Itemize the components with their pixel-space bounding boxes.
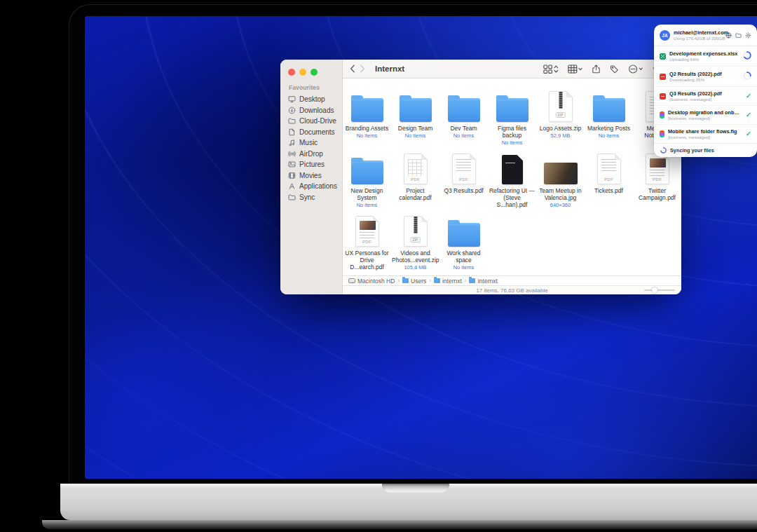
sync-done-check-icon: ✓ [746,130,751,137]
sidebar-item-cloud-drive[interactable]: Cloud-Drive [287,116,342,127]
music-icon [287,139,296,146]
file-item-new-design-system[interactable]: New Design SystemNo items [343,150,391,212]
sync-item-name: Desktop migration and onboardi... [668,109,742,116]
sync-item-desktop-migration-and-onboardi[interactable]: Desktop migration and onboardi...[busine… [654,105,757,124]
sidebar-item-sync[interactable]: Sync [287,192,342,203]
path-segment-users[interactable]: Users [402,278,426,285]
path-segment-internxt[interactable]: Internxt [469,278,497,285]
file-grid: Branding AssetsNo itemsDesign TeamNo ite… [343,79,681,275]
applications-icon [287,182,296,190]
icon-view-icon[interactable] [543,64,559,74]
file-item-branding-assets[interactable]: Branding AssetsNo items [343,88,391,150]
file-item-videos-and-photos-event-zip[interactable]: ZIPVideos and Photos...event.zip105,8 MB [391,212,439,275]
file-item-design-team[interactable]: Design TeamNo items [391,88,439,150]
sidebar-item-label: Downloads [299,107,334,114]
file-subtitle: 52,9 MB [551,132,571,139]
internxt-sync-popup: JA michael@internxt.com Using 176.42GB o… [654,25,757,157]
group-view-icon[interactable] [568,64,582,74]
book-file-icon [502,150,523,184]
file-item-twitter-campaign-pdf[interactable]: PDFTwitter Campaign.pdf [633,150,681,212]
window-controls [288,69,342,76]
minimize-window-button[interactable] [299,69,306,76]
sidebar-item-documents[interactable]: Documents [287,127,342,138]
path-segment-label: Internxt [477,278,497,285]
close-window-button[interactable] [288,69,295,76]
file-item-figma-files-backup[interactable]: Figma files backupNo items [488,88,536,150]
sidebar-item-music[interactable]: Music [287,137,342,149]
zoom-slider-track [644,289,675,292]
path-segment-internxt[interactable]: internxt [434,278,462,285]
file-item-q3-results-pdf[interactable]: PDFQ3 Results.pdf [439,150,488,212]
sidebar-item-airdrop[interactable]: AirDrop [287,149,342,160]
tags-icon[interactable] [610,64,619,74]
sidebar-item-label: Applications [299,182,337,190]
zoom-slider-knob[interactable] [652,287,657,293]
sidebar-item-downloads[interactable]: Downloads [287,105,342,116]
sidebar-item-label: Movies [299,172,322,179]
forward-button[interactable] [360,64,365,73]
file-item-refactoring-ui-steve-s-han-pdf[interactable]: Refactoring UI — (Steve S...han).pdf [488,150,536,212]
pdf-file-icon: PDF [597,150,621,184]
file-subtitle: No items [357,132,378,139]
laptop-screen-wallpaper: Favourites DesktopDownloadsCloud-DriveDo… [85,16,757,479]
popup-header-icons [725,32,751,39]
path-bar: Macintosh HD›Users›internxt›Internxt [343,275,681,285]
sidebar-item-desktop[interactable]: Desktop [287,94,342,105]
popup-header: JA michael@internxt.com Using 176.42GB o… [654,25,757,46]
folder-outline-icon[interactable] [735,32,742,39]
folder-file-icon [351,88,383,122]
syncing-status-label: Syncing your files [670,147,714,154]
path-separator: › [465,278,467,284]
sidebar-item-pictures[interactable]: Pictures [287,159,342,170]
file-item-logo-assets-zip[interactable]: ZIPLogo Assets.zip52,9 MB [536,88,585,150]
globe-icon[interactable] [725,32,732,39]
folder-icon [287,117,296,125]
zoom-window-button[interactable] [311,69,318,76]
sync-item-development-expenses-xlsx[interactable]: Development expenses.xlsxUploading 64% [654,46,757,66]
sidebar-item-label: Pictures [299,161,325,168]
file-item-marketing-posts[interactable]: Marketing PostsNo items [585,88,633,150]
document-icon [287,128,296,136]
sidebar-item-applications[interactable]: Applications [287,181,342,192]
desktop-icon [287,95,296,103]
folder-file-icon [351,150,383,184]
sync-item-q2-results-2022-pdf[interactable]: Q2 Results (2022).pdfDownloading 35% [654,66,757,86]
folder-file-icon [496,88,528,122]
sync-item-mobile-share-folder-flows-fig[interactable]: Mobile share folder flows.fig[business, … [654,124,757,143]
back-button[interactable] [350,64,355,73]
path-segment-macintosh-hd[interactable]: Macintosh HD [348,278,395,285]
sync-item-q3-results-2022-pdf[interactable]: Q3 Results (2022).pdf[business, messaged… [654,86,757,105]
movies-icon [287,172,296,179]
file-item-work-shared-space[interactable]: Work shared spaceNo items [439,212,488,275]
file-item-team-meetup-in-valencia-jpg[interactable]: Team Meetup in Valencia.jpg640×360 [536,150,585,212]
file-name: Dev Team [450,125,477,132]
share-icon[interactable] [592,64,601,74]
file-item-tickets-pdf[interactable]: PDFTickets.pdf [585,150,633,212]
file-item-project-calendar-pdf[interactable]: PDFProject calendar.pdf [391,150,439,212]
gear-icon[interactable] [745,32,751,39]
path-separator: › [429,278,431,284]
file-subtitle: 105,8 MB [404,264,426,271]
file-name: Work shared space [440,250,487,264]
file-subtitle: 640×360 [550,202,571,208]
file-name: Branding Assets [346,125,388,132]
pictures-icon [287,161,296,168]
sync-item-status: [business, messaged] [668,116,742,121]
sidebar-item-movies[interactable]: Movies [287,170,342,182]
sidebar-item-label: Cloud-Drive [299,117,336,125]
actions-icon[interactable] [628,64,643,74]
folder-file-icon [448,212,480,247]
file-name: Videos and Photos...event.zip [392,250,439,264]
sync-item-name: Development expenses.xlsx [669,50,739,57]
pdf-filetype-icon [660,93,666,100]
file-item-dev-team[interactable]: Dev TeamNo items [439,88,488,150]
file-name: Figma files backup [489,125,536,139]
zoom-slider[interactable] [644,287,675,293]
file-item-ux-personas-for-drive-d-earch-pdf[interactable]: PDFUX Personas for Drive D...earch.pdf [343,212,391,275]
finder-window: Favourites DesktopDownloadsCloud-DriveDo… [280,60,681,294]
file-name: Tickets.pdf [594,187,623,194]
popup-footer: Syncing your files [654,143,757,157]
status-text: 17 items, 76,63 GB available [476,287,547,294]
file-subtitle: No items [453,264,475,271]
sidebar-section-label: Favourites [289,84,342,91]
